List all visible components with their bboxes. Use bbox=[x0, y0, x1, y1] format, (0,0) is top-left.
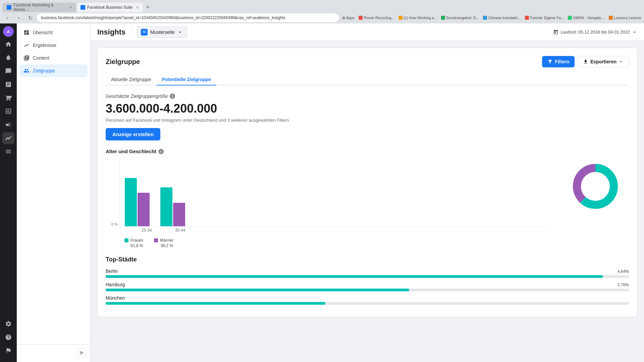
rail-chat[interactable] bbox=[2, 65, 14, 77]
bookmark-text: Sonderangebot: D... bbox=[446, 16, 479, 20]
avatar[interactable]: A bbox=[3, 26, 14, 37]
bookmark-apps[interactable]: ⊞ Apps bbox=[341, 15, 356, 21]
age-gender-info-icon[interactable]: i bbox=[158, 149, 164, 154]
card-header: Zielgruppe Filtern Exportieren bbox=[106, 56, 629, 67]
bookmarks-bar: ⊞ Apps Phone Recycling... (1) How Workin… bbox=[341, 15, 641, 21]
browser-chrome: Facebook Marketing & Werbe... ✕ Facebook… bbox=[0, 0, 644, 23]
tab-current-audience[interactable]: Aktuelle Zielgruppe bbox=[106, 74, 157, 85]
sidebar: Übersicht Ergebnisse Content Zielgruppe bbox=[17, 23, 91, 362]
tab-label: Facebook Business Suite bbox=[87, 5, 132, 10]
bookmark-text: (1) How Working a... bbox=[404, 16, 437, 20]
chart-container: 0 % bbox=[106, 160, 629, 248]
bookmark-text: Lessons Learned f... bbox=[614, 16, 641, 20]
rail-orders[interactable] bbox=[2, 78, 14, 90]
bookmark-1[interactable]: Phone Recycling... bbox=[357, 15, 396, 20]
sidebar-item-audience[interactable]: Zielgruppe bbox=[19, 64, 88, 77]
tab-close[interactable]: ✕ bbox=[69, 5, 72, 10]
audience-info-icon[interactable]: i bbox=[170, 94, 175, 99]
collapse-sidebar-button[interactable] bbox=[77, 349, 86, 358]
sidebar-nav: Übersicht Ergebnisse Content Zielgruppe bbox=[17, 23, 90, 344]
tab-favicon bbox=[7, 5, 11, 10]
sidebar-label-content: Content bbox=[33, 55, 49, 61]
tabs: Aktuelle Zielgruppe Potentielle Zielgrup… bbox=[106, 74, 629, 85]
forward-button[interactable]: › bbox=[14, 13, 23, 22]
card-actions: Filtern Exportieren bbox=[542, 56, 629, 67]
rail-insights[interactable] bbox=[2, 132, 14, 144]
rail-analytics[interactable] bbox=[2, 105, 14, 117]
city-name-hamburg: Hamburg bbox=[106, 282, 629, 287]
date-range-label: Laufzeit: 05.12.2018 bis 04.01.2022 bbox=[560, 29, 630, 35]
bar-male-35-44 bbox=[173, 203, 185, 226]
tab-potential-label: Potentielle Zielgruppe bbox=[162, 77, 211, 82]
sidebar-label-overview: Übersicht bbox=[33, 30, 53, 35]
bookmark-5[interactable]: Tutorial: Eigene Fa... bbox=[524, 15, 566, 20]
bookmark-icon bbox=[609, 16, 613, 20]
page-title: Insights bbox=[97, 28, 125, 37]
content-card: Zielgruppe Filtern Exportieren bbox=[97, 48, 637, 317]
new-tab-button[interactable]: + bbox=[143, 3, 152, 12]
chevron-down-icon bbox=[177, 29, 183, 35]
donut-chart-area bbox=[562, 160, 629, 213]
city-bar-container-munich bbox=[106, 302, 629, 305]
legend: Frauen 61,8 % Männer 38,2 % bbox=[124, 238, 548, 248]
donut-center bbox=[581, 172, 609, 200]
bar-group-35-44 bbox=[160, 187, 185, 226]
sidebar-item-results[interactable]: Ergebnisse bbox=[19, 39, 88, 52]
results-icon bbox=[23, 42, 30, 48]
back-button[interactable]: ‹ bbox=[3, 13, 12, 22]
city-pct-berlin: 4.64% bbox=[618, 269, 629, 274]
rail-feedback[interactable] bbox=[2, 345, 14, 357]
sidebar-item-content[interactable]: Content bbox=[19, 52, 88, 64]
city-pct-hamburg: 2.76% bbox=[618, 283, 629, 287]
rail-more[interactable] bbox=[2, 145, 14, 158]
tab-favicon bbox=[80, 5, 85, 10]
bookmark-7[interactable]: Lessons Learned f... bbox=[607, 15, 641, 20]
filter-button[interactable]: Filtern bbox=[542, 56, 575, 67]
tab-active[interactable]: Facebook Business Suite ✕ bbox=[76, 3, 143, 12]
bookmark-4[interactable]: Chinese translatio... bbox=[482, 15, 522, 20]
sidebar-label-results: Ergebnisse bbox=[33, 43, 56, 48]
tab-current-label: Aktuelle Zielgruppe bbox=[111, 77, 151, 82]
rail-settings[interactable] bbox=[2, 318, 14, 330]
rail-alert[interactable] bbox=[2, 52, 14, 64]
page-selector-icon: M bbox=[141, 29, 148, 36]
create-ad-label: Anzeige erstellen bbox=[112, 131, 154, 137]
reload-button[interactable]: ↻ bbox=[25, 13, 35, 22]
audience-size-range: 3.600.000-4.200.000 bbox=[106, 102, 629, 116]
date-range[interactable]: Laufzeit: 05.12.2018 bis 04.01.2022 bbox=[553, 29, 637, 35]
export-button[interactable]: Exportieren bbox=[577, 56, 629, 67]
bar-chart: 0 % bbox=[119, 160, 548, 227]
city-bar-hamburg bbox=[106, 289, 409, 291]
top-cities-section: Top-Städte Berlin 4.64% Hamburg 2.76% bbox=[106, 256, 629, 305]
tab-bar: Facebook Marketing & Werbe... ✕ Facebook… bbox=[0, 0, 644, 12]
bookmark-icon bbox=[441, 16, 445, 20]
url-bar[interactable]: business.facebook.com/latest/insights/pe… bbox=[37, 13, 339, 22]
download-icon bbox=[583, 59, 588, 64]
legend-female: Frauen 61,8 % bbox=[124, 238, 143, 248]
city-bar-container-berlin: 4.64% bbox=[106, 275, 629, 278]
rail-home[interactable] bbox=[2, 38, 14, 50]
sidebar-label-audience: Zielgruppe bbox=[33, 68, 55, 73]
rail-help[interactable] bbox=[2, 331, 14, 343]
page-selector[interactable]: M Musterseite bbox=[137, 26, 187, 38]
city-row-hamburg: Hamburg 2.76% bbox=[106, 282, 629, 291]
create-ad-button[interactable]: Anzeige erstellen bbox=[106, 128, 160, 140]
content-icon bbox=[23, 55, 30, 61]
rail-megaphone[interactable] bbox=[2, 119, 14, 131]
bookmark-3[interactable]: Sonderangebot: D... bbox=[440, 15, 480, 20]
bookmark-2[interactable]: (1) How Working a... bbox=[397, 15, 438, 20]
tab-close[interactable]: ✕ bbox=[136, 5, 139, 10]
rail-bottom bbox=[2, 318, 14, 359]
audience-section: Geschätzte Zielgruppengröße i 3.600.000-… bbox=[106, 94, 629, 140]
sidebar-item-overview[interactable]: Übersicht bbox=[19, 26, 88, 39]
bookmark-6[interactable]: GMSN - Vologda:... bbox=[567, 15, 606, 20]
tab-inactive[interactable]: Facebook Marketing & Werbe... ✕ bbox=[3, 3, 76, 12]
tab-potential-audience[interactable]: Potentielle Zielgruppe bbox=[157, 74, 216, 85]
legend-pct-male: 38,2 % bbox=[161, 243, 173, 248]
rail-cart[interactable] bbox=[2, 92, 14, 104]
legend-pct-female: 61,8 % bbox=[130, 243, 143, 248]
bookmark-text: Chinese translatio... bbox=[488, 16, 521, 20]
date-chevron-icon bbox=[632, 29, 637, 35]
bookmark-icon bbox=[483, 16, 487, 20]
overview-icon bbox=[23, 29, 30, 36]
